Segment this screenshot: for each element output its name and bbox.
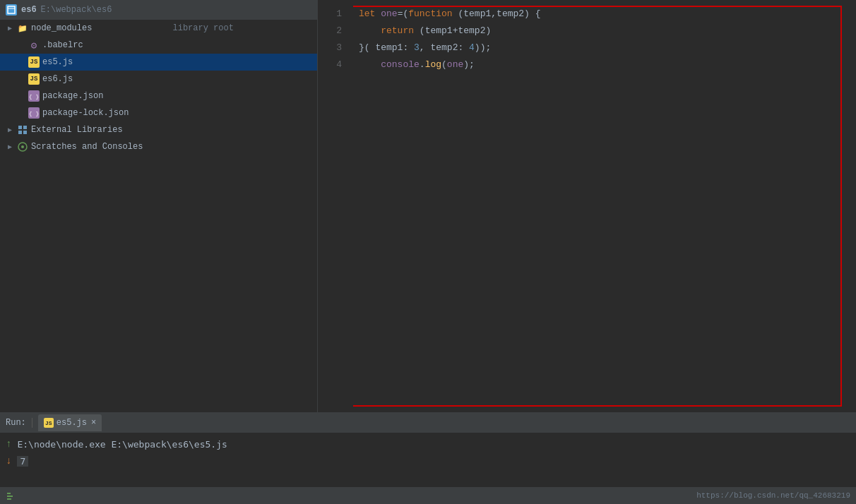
tree-item-packagejson[interactable]: { } package.json	[0, 88, 317, 104]
code-block: let one=(function (temp1,temp2) { return…	[353, 6, 856, 407]
param-temp1: temp1	[463, 6, 491, 23]
chevron-right-icon: ▶	[6, 126, 14, 134]
code-line-4: console.log(one);	[353, 56, 856, 73]
chevron-down-icon: ▶	[6, 24, 14, 32]
es5js-label: es5.js	[42, 57, 311, 67]
tree-item-extlibs[interactable]: ▶ External Libraries	[0, 121, 317, 138]
json-icon: { }	[28, 90, 40, 102]
num-3: 3	[414, 40, 420, 56]
arrow-down-icon: ↓	[6, 455, 11, 467]
punct-6: )	[485, 23, 491, 40]
punct-5: (	[414, 23, 425, 40]
kw-let: let	[359, 6, 381, 23]
svg-rect-3	[23, 126, 27, 129]
console-output-line: ↓ 7	[6, 452, 850, 469]
param-temp2: temp2	[497, 6, 524, 23]
packagejson-label: package.json	[42, 91, 311, 101]
tree-item-scratches[interactable]: ▶ Scratches and Consoles	[0, 138, 317, 155]
arrow-up-icon: ↑	[6, 438, 11, 450]
packagelockjson-label: package-lock.json	[42, 108, 311, 118]
tree-item-es6js[interactable]: JS es6.js	[0, 71, 317, 88]
tab-label: es5.js	[57, 418, 87, 428]
spacer	[17, 92, 25, 100]
js-icon: JS	[28, 56, 40, 68]
tab-close-icon[interactable]: ×	[91, 418, 96, 428]
svg-point-7	[21, 145, 24, 148]
scratches-label: Scratches and Consoles	[31, 142, 311, 152]
kw-function: function	[408, 6, 452, 23]
method-log: log	[425, 56, 441, 73]
config-icon: ⚙	[28, 40, 40, 51]
sidebar-header: es6 E:\webpack\es6	[0, 0, 317, 20]
js-icon-2: JS	[28, 73, 40, 85]
svg-rect-10	[7, 498, 11, 500]
punct-11: );	[463, 56, 475, 73]
tree-item-es5js[interactable]: JS es5.js	[0, 54, 317, 71]
spacer	[17, 41, 25, 49]
node-modules-label: node_modules	[31, 23, 170, 33]
kw-return: return	[381, 23, 414, 40]
status-left	[6, 490, 17, 501]
code-line-2: return (temp1+temp2)	[353, 23, 856, 40]
var-one: one	[381, 6, 397, 23]
var-one-2: one	[447, 56, 463, 73]
project-name: es6	[21, 5, 37, 15]
folder-icon: 📁	[17, 23, 28, 34]
svg-rect-5	[23, 131, 27, 134]
babelrc-label: .babelrc	[42, 40, 311, 50]
svg-rect-8	[7, 493, 11, 494]
sidebar: es6 E:\webpack\es6 ▶ 📁 node_modules libr…	[0, 0, 318, 412]
spacer	[17, 109, 25, 117]
kw-console: console	[381, 56, 420, 73]
tree-item-babelrc[interactable]: ⚙ .babelrc	[0, 37, 317, 54]
punct-7: }( temp1:	[359, 40, 414, 56]
punct-10: (	[441, 56, 447, 73]
console-cmd-text: E:\node\node.exe E:\webpack\es6\es5.js	[17, 439, 227, 450]
punct-4: ) {	[524, 6, 540, 23]
output-value: 7	[17, 456, 28, 467]
tree-item-packagelockjson[interactable]: { } package-lock.json	[0, 104, 317, 121]
punct-8: , temp2:	[420, 40, 469, 56]
svg-rect-0	[8, 6, 15, 13]
code-line-1: let one=(function (temp1,temp2) {	[353, 6, 856, 23]
project-icon	[6, 4, 17, 16]
scratches-icon	[17, 141, 28, 152]
punct-1: =(	[398, 6, 409, 23]
main-area: es6 E:\webpack\es6 ▶ 📁 node_modules libr…	[0, 0, 856, 412]
param-t2: temp2	[458, 23, 485, 40]
extlibs-icon	[17, 124, 28, 136]
svg-rect-9	[7, 496, 13, 497]
punct-dot: .	[420, 56, 425, 73]
watermark: https://blog.csdn.net/qq_42683219	[696, 491, 850, 500]
punct-9: ));	[475, 40, 491, 56]
indent-2	[359, 23, 381, 40]
spacer	[17, 75, 25, 83]
run-label: Run:	[6, 418, 32, 428]
editor-content: 1 2 3 4 let one=(function (temp1,temp2) …	[318, 0, 856, 412]
es6js-label: es6.js	[42, 74, 311, 84]
svg-rect-4	[18, 131, 22, 134]
punct-2: (	[453, 6, 464, 23]
spacer	[17, 58, 25, 66]
indent-4	[359, 56, 381, 73]
console-output: ↑ E:\node\node.exe E:\webpack\es6\es5.js…	[0, 433, 856, 487]
punct-plus: +	[453, 23, 458, 40]
tree-item-node-modules[interactable]: ▶ 📁 node_modules library root	[0, 20, 317, 37]
punct-3: ,	[491, 6, 497, 23]
status-icon	[6, 490, 17, 501]
bottom-tabs: Run: JS es5.js ×	[0, 413, 856, 433]
param-t1: temp1	[425, 23, 453, 40]
svg-rect-2	[18, 126, 22, 129]
line-numbers: 1 2 3 4	[318, 6, 353, 407]
node-modules-sublabel: library root	[173, 23, 312, 33]
console-cmd-line: ↑ E:\node\node.exe E:\webpack\es6\es5.js	[6, 436, 850, 452]
status-bar: https://blog.csdn.net/qq_42683219	[0, 487, 856, 504]
editor-area: 1 2 3 4 let one=(function (temp1,temp2) …	[318, 0, 856, 412]
code-lines: let one=(function (temp1,temp2) { return…	[353, 6, 856, 73]
json-icon-2: { }	[28, 107, 40, 119]
project-path: E:\webpack\es6	[41, 5, 112, 15]
bottom-panel: Run: JS es5.js × ↑ E:\node\node.exe E:\w…	[0, 412, 856, 504]
extlibs-label: External Libraries	[31, 125, 311, 135]
chevron-right-icon-2: ▶	[6, 143, 14, 151]
tab-es5js[interactable]: JS es5.js ×	[38, 414, 102, 431]
